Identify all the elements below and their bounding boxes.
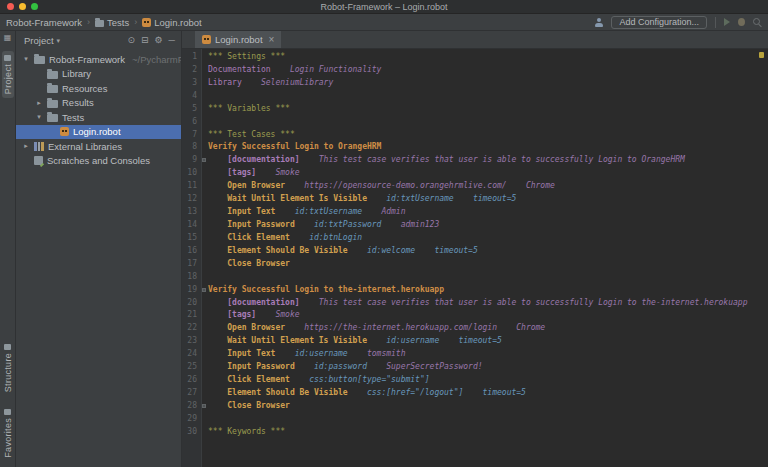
breadcrumb-label: Login.robot: [154, 17, 202, 28]
tree-item-label: Scratches and Consoles: [47, 155, 150, 166]
code-line-25[interactable]: Input Password id:password SuperSecretPa…: [208, 361, 768, 374]
line-number: 26: [182, 374, 201, 387]
tree-item-tests[interactable]: ▾Tests: [16, 110, 181, 125]
code-line-30[interactable]: *** Keywords ***: [208, 426, 768, 439]
code-line-20[interactable]: [documentation] This test case verifies …: [208, 297, 768, 310]
code-line-29[interactable]: [208, 413, 768, 426]
breadcrumb-tests[interactable]: Tests: [95, 17, 129, 28]
code-token: [documentation]: [208, 155, 300, 164]
user-icon[interactable]: [594, 18, 603, 27]
breadcrumb-file[interactable]: Login.robot: [142, 17, 202, 28]
breadcrumb: Robot-Framework › Tests › Login.robot: [6, 17, 202, 28]
tree-item-library[interactable]: Library: [16, 67, 181, 82]
code-line-8[interactable]: Verify Successful Login to OrangeHRM: [208, 141, 768, 154]
tree-item-scratches-and-consoles[interactable]: Scratches and Consoles: [16, 154, 181, 169]
line-number: 17: [182, 258, 201, 271]
code-line-23[interactable]: Wait Until Element Is Visible id:usernam…: [208, 335, 768, 348]
code-token: css:button[type="submit"]: [290, 375, 430, 384]
code-editor[interactable]: 1234567891011121314151617181920212223242…: [182, 49, 768, 467]
chevron-down-icon[interactable]: ▾: [35, 113, 43, 121]
debug-icon[interactable]: [738, 18, 745, 26]
code-line-9[interactable]: [documentation] This test case verifies …: [208, 154, 768, 167]
project-tool-icon: [4, 55, 11, 61]
code-line-14[interactable]: Input Password id:txtPassword admin123: [208, 219, 768, 232]
line-number: 23: [182, 335, 201, 348]
zoom-window-button[interactable]: [31, 3, 38, 10]
folder-icon: [34, 56, 45, 64]
code-token: This test case verifies that user is abl…: [300, 298, 748, 307]
inspection-marker-icon[interactable]: [759, 52, 764, 58]
tool-button-label: Structure: [3, 353, 13, 392]
code-line-7[interactable]: *** Test Cases ***: [208, 129, 768, 142]
locate-icon[interactable]: ⊙: [127, 36, 135, 45]
code-line-28[interactable]: Close Browser: [208, 400, 768, 413]
chevron-down-icon: ▾: [57, 37, 61, 45]
fold-marker-icon[interactable]: [202, 404, 206, 408]
code-line-18[interactable]: [208, 271, 768, 284]
code-line-17[interactable]: Close Browser: [208, 258, 768, 271]
tree-item-label: Resources: [62, 83, 107, 94]
code-line-15[interactable]: Click Element id:btnLogin: [208, 232, 768, 245]
close-icon[interactable]: ×: [269, 34, 275, 45]
code-line-6[interactable]: [208, 116, 768, 129]
code-line-11[interactable]: Open Browser https://opensource-demo.ora…: [208, 180, 768, 193]
code-token: Open Browser: [208, 181, 285, 190]
folder-icon: [47, 100, 58, 108]
code-token: Element Should Be Visible: [208, 246, 348, 255]
collapse-all-icon[interactable]: ⊟: [141, 36, 149, 45]
tab-login-robot[interactable]: Login.robot ×: [195, 31, 281, 48]
tool-button-label: Project: [3, 64, 13, 94]
line-number: 10: [182, 167, 201, 180]
line-number: 1: [182, 51, 201, 64]
code-token: https://the-internet.herokuapp.com/login: [285, 323, 497, 332]
breadcrumb-project[interactable]: Robot-Framework: [6, 17, 82, 28]
code-token: [tags]: [208, 310, 256, 319]
tree-item-label: External Libraries: [48, 141, 122, 152]
code-line-5[interactable]: *** Variables ***: [208, 103, 768, 116]
tab-label: Login.robot: [215, 34, 263, 45]
tree-item-robot-framework[interactable]: ▾Robot-Framework~/PycharmProjects/R: [16, 52, 181, 67]
code-token: [tags]: [208, 168, 256, 177]
folder-icon: [47, 71, 58, 79]
code-line-13[interactable]: Input Text id:txtUsername Admin: [208, 206, 768, 219]
add-configuration-button[interactable]: Add Configuration...: [611, 16, 707, 29]
run-icon[interactable]: [724, 18, 730, 26]
tool-button-favorites[interactable]: Favorites: [2, 405, 14, 462]
code-line-26[interactable]: Click Element css:button[type="submit"]: [208, 374, 768, 387]
close-window-button[interactable]: [7, 3, 14, 10]
code-line-24[interactable]: Input Text id:username tomsmith: [208, 348, 768, 361]
search-icon[interactable]: [753, 18, 762, 27]
code-line-2[interactable]: Documentation Login Functionality: [208, 64, 768, 77]
code-line-10[interactable]: [tags] Smoke: [208, 167, 768, 180]
code-line-1[interactable]: *** Settings ***: [208, 51, 768, 64]
tree-item-external-libraries[interactable]: ▸External Libraries: [16, 139, 181, 154]
hide-icon[interactable]: ─: [169, 36, 175, 45]
tool-windows-icon[interactable]: ▦: [4, 34, 12, 42]
code-line-21[interactable]: [tags] Smoke: [208, 309, 768, 322]
code-token: Chrome: [497, 323, 545, 332]
minimize-window-button[interactable]: [19, 3, 26, 10]
code-line-22[interactable]: Open Browser https://the-internet.heroku…: [208, 322, 768, 335]
fold-marker-icon[interactable]: [202, 158, 206, 162]
settings-gear-icon[interactable]: ⚙: [155, 36, 163, 45]
fold-marker-icon[interactable]: [202, 288, 206, 292]
code-line-27[interactable]: Element Should Be Visible css:[href="/lo…: [208, 387, 768, 400]
code-line-12[interactable]: Wait Until Element Is Visible id:txtUser…: [208, 193, 768, 206]
code-line-3[interactable]: Library SeleniumLibrary: [208, 77, 768, 90]
chevron-right-icon[interactable]: ▸: [22, 142, 30, 150]
chevron-right-icon[interactable]: ▸: [35, 99, 43, 107]
project-panel-title-button[interactable]: Project ▾: [24, 35, 60, 46]
tree-item-login-robot[interactable]: Login.robot: [16, 125, 181, 140]
tree-item-results[interactable]: ▸Results: [16, 96, 181, 111]
code-line-19[interactable]: Verify Successful Login to the-internet.…: [208, 284, 768, 297]
code-line-16[interactable]: Element Should Be Visible id:welcome tim…: [208, 245, 768, 258]
tree-item-label: Results: [62, 97, 94, 108]
tool-button-project[interactable]: Project: [2, 51, 14, 98]
chevron-down-icon[interactable]: ▾: [22, 55, 30, 63]
code-line-4[interactable]: [208, 90, 768, 103]
code-token: id:username: [367, 336, 439, 345]
code-token: Input Password: [208, 362, 295, 371]
line-number: 21: [182, 309, 201, 322]
tool-button-structure[interactable]: Structure: [2, 340, 14, 396]
tree-item-resources[interactable]: Resources: [16, 81, 181, 96]
